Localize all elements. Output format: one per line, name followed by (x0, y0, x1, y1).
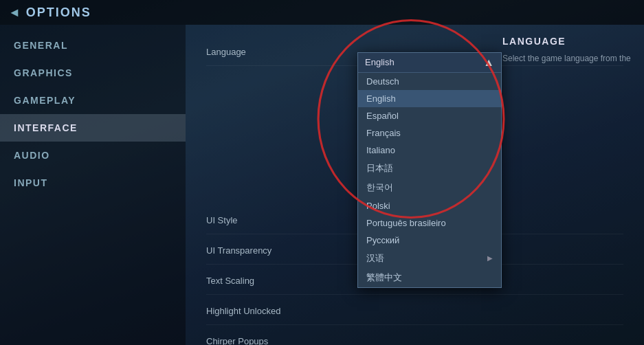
sidebar-item-graphics[interactable]: GRAPHICS (0, 59, 186, 87)
page-title: OPTIONS (26, 5, 91, 20)
highlight-unlocked-row: Highlight Unlocked (206, 298, 623, 325)
language-dropdown-header[interactable]: English ▲ (358, 53, 501, 73)
sidebar: GENERAL GRAPHICS GAMEPLAY INTERFACE AUDI… (0, 25, 186, 345)
language-dropdown-open[interactable]: English ▲ Deutsch English Español França… (357, 52, 502, 288)
ui-style-label: UI Style (206, 215, 357, 225)
lang-option-russian[interactable]: Русский (358, 232, 501, 249)
lang-option-english[interactable]: English (358, 90, 501, 107)
lang-option-espanol[interactable]: Español (358, 107, 501, 124)
settings-section: Language English ▲ Deutsch English Españ… (206, 38, 623, 345)
chirper-popups-label: Chirper Popups (206, 336, 357, 345)
lang-option-polski[interactable]: Polski (358, 197, 501, 214)
highlight-unlocked-label: Highlight Unlocked (206, 306, 357, 316)
lang-option-italiano[interactable]: Italiano (358, 142, 501, 159)
lang-option-francais[interactable]: Français (358, 124, 501, 142)
chirper-popups-row: Chirper Popups (206, 328, 623, 345)
lang-option-portuguese[interactable]: Português brasileiro (358, 214, 501, 232)
text-scaling-label: Text Scaling (206, 276, 357, 286)
lang-option-chinese-traditional[interactable]: 繁體中文 (358, 268, 501, 287)
lang-option-chinese-simplified[interactable]: 汉语 ▶ (358, 249, 501, 268)
lang-option-japanese[interactable]: 日本語 (358, 159, 501, 178)
lang-option-korean[interactable]: 한국어 (358, 178, 501, 197)
submenu-arrow-icon: ▶ (487, 254, 493, 262)
back-arrow-icon[interactable]: ◄ (8, 5, 21, 20)
sidebar-item-gameplay[interactable]: GAMEPLAY (0, 87, 186, 114)
sidebar-item-interface[interactable]: INTERFACE (0, 114, 186, 142)
sidebar-item-input[interactable]: INPUT (0, 169, 186, 197)
language-label: Language (206, 47, 357, 57)
ui-transparency-label: UI Transparency (206, 245, 357, 256)
dropdown-up-arrow-icon: ▲ (483, 56, 494, 69)
main-content: Language English ▲ Deutsch English Españ… (186, 25, 644, 345)
lang-option-deutsch[interactable]: Deutsch (358, 73, 501, 90)
sidebar-item-general[interactable]: GENERAL (0, 32, 186, 59)
header: ◄ OPTIONS (0, 0, 644, 25)
language-selected-value: English (365, 57, 395, 67)
chinese-simplified-label: 汉语 (366, 252, 384, 265)
sidebar-item-audio[interactable]: AUDIO (0, 142, 186, 169)
language-setting-row: Language English ▲ Deutsch English Españ… (206, 38, 623, 66)
